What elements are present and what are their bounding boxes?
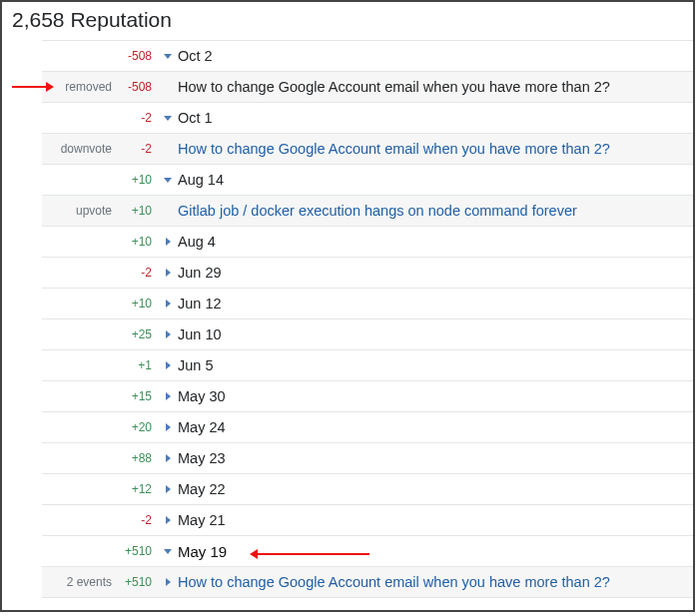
caret-down-icon[interactable]: [158, 116, 178, 121]
rep-date: Jun 29: [178, 265, 693, 281]
rep-reason: upvote: [42, 204, 116, 218]
caret-right-icon[interactable]: [158, 300, 178, 308]
rep-row: -2Jun 29: [42, 258, 693, 289]
rep-delta: +1: [116, 358, 158, 372]
page-title: 2,658 Reputation: [2, 2, 693, 40]
rep-row: downvote-2How to change Google Account e…: [42, 134, 693, 165]
caret-right-icon[interactable]: [158, 330, 178, 338]
rep-date: Aug 4: [178, 234, 693, 250]
caret-right-icon[interactable]: [158, 454, 178, 462]
rep-delta: -508: [116, 80, 158, 94]
rep-row: +20May 24: [42, 412, 693, 443]
rep-row: +10Jun 12: [42, 289, 693, 319]
rep-row: +88May 23: [42, 443, 693, 474]
rep-delta: +10: [116, 297, 158, 310]
rep-date: Oct 1: [178, 110, 693, 126]
caret-right-icon[interactable]: [158, 578, 178, 586]
rep-delta: +10: [116, 235, 158, 249]
rep-row: upvote+10Gitlab job / docker execution h…: [42, 196, 693, 227]
rep-date: How to change Google Account email when …: [178, 79, 693, 95]
caret-right-icon[interactable]: [158, 516, 178, 524]
rep-date: Jun 12: [178, 296, 693, 311]
rep-row: removed-508How to change Google Account …: [42, 72, 693, 103]
rep-date: May 24: [178, 419, 693, 435]
rep-delta: +12: [116, 482, 158, 496]
rep-row: 2 events+510How to change Google Account…: [42, 567, 693, 598]
caret-right-icon[interactable]: [158, 361, 178, 369]
rep-date: Oct 2: [178, 48, 693, 64]
caret-right-icon[interactable]: [158, 238, 178, 246]
rep-date: Jun 10: [178, 326, 693, 342]
rep-delta: +25: [116, 327, 158, 341]
rep-delta: -2: [116, 513, 158, 527]
rep-row: +10Aug 14: [42, 165, 693, 196]
rep-row: +12May 22: [42, 474, 693, 505]
rep-date: May 19: [178, 543, 693, 560]
caret-right-icon[interactable]: [158, 392, 178, 400]
rep-row: -508Oct 2: [42, 41, 693, 72]
rep-post-link[interactable]: How to change Google Account email when …: [178, 574, 693, 590]
caret-down-icon[interactable]: [158, 178, 178, 183]
rep-row: +15May 30: [42, 381, 693, 412]
rep-delta: -2: [116, 142, 158, 156]
rep-reason: removed: [42, 80, 116, 94]
rep-row: -2Oct 1: [42, 103, 693, 134]
rep-delta: -2: [116, 266, 158, 280]
rep-delta: +20: [116, 420, 158, 434]
caret-right-icon[interactable]: [158, 423, 178, 431]
rep-post-link[interactable]: Gitlab job / docker execution hangs on n…: [178, 203, 693, 219]
rep-date: May 21: [178, 512, 693, 528]
caret-down-icon[interactable]: [158, 54, 178, 59]
rep-date: May 22: [178, 481, 693, 497]
rep-date: May 30: [178, 388, 693, 404]
rep-delta: +88: [116, 451, 158, 465]
rep-post-link[interactable]: How to change Google Account email when …: [178, 141, 693, 157]
rep-delta: +510: [116, 544, 158, 558]
rep-row: +510May 19: [42, 536, 693, 567]
rep-reason: 2 events: [42, 575, 116, 589]
rep-date: May 23: [178, 450, 693, 466]
rep-row: +10Aug 4: [42, 227, 693, 258]
caret-right-icon[interactable]: [158, 269, 178, 277]
caret-down-icon[interactable]: [158, 549, 178, 554]
rep-reason: downvote: [42, 142, 116, 156]
rep-date: Jun 5: [178, 357, 693, 373]
rep-row: +25Jun 10: [42, 319, 693, 350]
caret-right-icon[interactable]: [158, 485, 178, 493]
rep-row: -2May 21: [42, 505, 693, 536]
rep-delta: +10: [116, 204, 158, 218]
rep-delta: +15: [116, 389, 158, 403]
rep-delta: +510: [116, 575, 158, 589]
rep-delta: -2: [116, 111, 158, 125]
rep-date: Aug 14: [178, 172, 693, 188]
rep-delta: -508: [116, 49, 158, 63]
rep-delta: +10: [116, 173, 158, 187]
reputation-list: -508Oct 2removed-508How to change Google…: [42, 40, 693, 598]
rep-row: +1Jun 5: [42, 350, 693, 381]
